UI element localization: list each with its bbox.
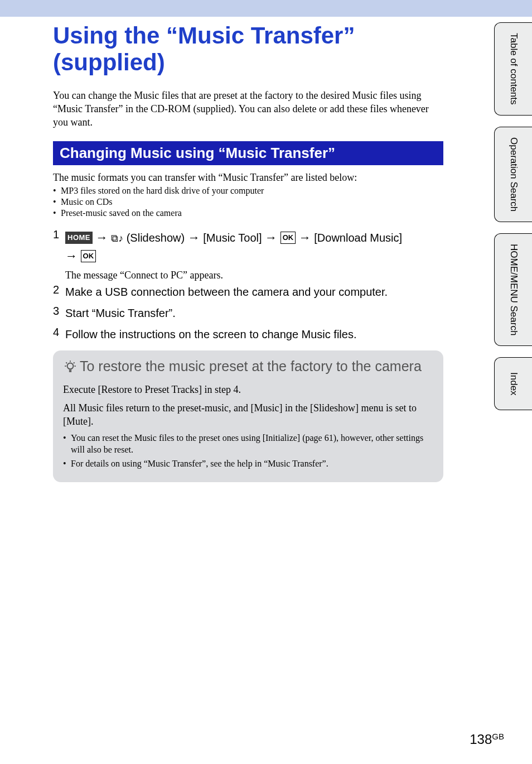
home-icon: HOME	[65, 232, 93, 244]
list-item: Preset-music saved on the camera	[53, 208, 443, 218]
step-number: 4	[53, 326, 65, 339]
tip-box: To restore the music preset at the facto…	[53, 350, 443, 482]
formats-lead: The music formats you can transfer with …	[53, 172, 443, 184]
step-number: 2	[53, 284, 65, 296]
formats-list: MP3 files stored on the hard disk drive …	[53, 186, 443, 218]
step-body: Follow the instructions on the screen to…	[65, 326, 356, 343]
lightbulb-icon	[63, 359, 78, 376]
tab-table-of-contents[interactable]: Table of contents	[494, 22, 532, 116]
tip-body-2: All Music files return to the preset-mus…	[63, 401, 433, 429]
tip-title-text: To restore the music preset at the facto…	[80, 358, 422, 374]
intro-paragraph: You can change the Music files that are …	[53, 89, 443, 129]
tip-bullets: You can reset the Music files to the pre…	[63, 433, 433, 469]
tab-home-menu-search[interactable]: HOME/MENU Search	[494, 233, 532, 346]
step-1: 1 HOME → ⧉♪ (Slideshow) → [Music Tool] →…	[53, 228, 443, 265]
step-4: 4 Follow the instructions on the screen …	[53, 326, 443, 343]
ok-icon: OK	[81, 250, 96, 262]
arrow-icon: →	[96, 230, 108, 244]
svg-point-0	[67, 363, 74, 369]
page-suffix: GB	[492, 732, 504, 741]
list-item: MP3 files stored on the hard disk drive …	[53, 186, 443, 196]
tip-title: To restore the music preset at the facto…	[63, 358, 433, 375]
tab-operation-search[interactable]: Operation Search	[494, 127, 532, 222]
step-body: Make a USB connection between the camera…	[65, 284, 388, 300]
step-2: 2 Make a USB connection between the came…	[53, 284, 443, 300]
tip-body-1: Execute [Restore to Preset Tracks] in st…	[63, 383, 433, 396]
step-3: 3 Start “Music Transfer”.	[53, 305, 443, 321]
music-tool-label: [Music Tool]	[203, 232, 262, 244]
download-music-label: [Download Music]	[314, 232, 402, 244]
arrow-icon: →	[188, 230, 200, 244]
ok-icon: OK	[280, 232, 296, 244]
main-content: Using the “Music Transfer” (supplied) Yo…	[0, 17, 466, 482]
slideshow-icon: ⧉♪	[111, 231, 123, 246]
slideshow-label: (Slideshow)	[127, 232, 185, 244]
step-body: Start “Music Transfer”.	[65, 305, 176, 321]
section-heading: Changing Music using “Music Transfer”	[53, 141, 443, 165]
step-number: 1	[53, 228, 65, 241]
step-number: 3	[53, 305, 65, 318]
list-item: For details on using “Music Transfer”, s…	[63, 458, 433, 470]
list-item: You can reset the Music files to the pre…	[63, 433, 433, 456]
arrow-icon: →	[265, 230, 277, 244]
side-tabs: Table of contents Operation Search HOME/…	[494, 22, 532, 410]
arrow-icon: →	[299, 230, 311, 244]
page-number: 138GB	[470, 732, 504, 747]
page-number-value: 138	[470, 732, 492, 747]
step-1-message: The message “Connect to PC” appears.	[65, 270, 443, 281]
page-title: Using the “Music Transfer” (supplied)	[53, 22, 443, 76]
step-body: HOME → ⧉♪ (Slideshow) → [Music Tool] → O…	[65, 228, 402, 265]
tab-index[interactable]: Index	[494, 357, 532, 410]
list-item: Music on CDs	[53, 197, 443, 207]
top-decorative-band	[0, 0, 532, 17]
arrow-icon: →	[65, 249, 78, 263]
